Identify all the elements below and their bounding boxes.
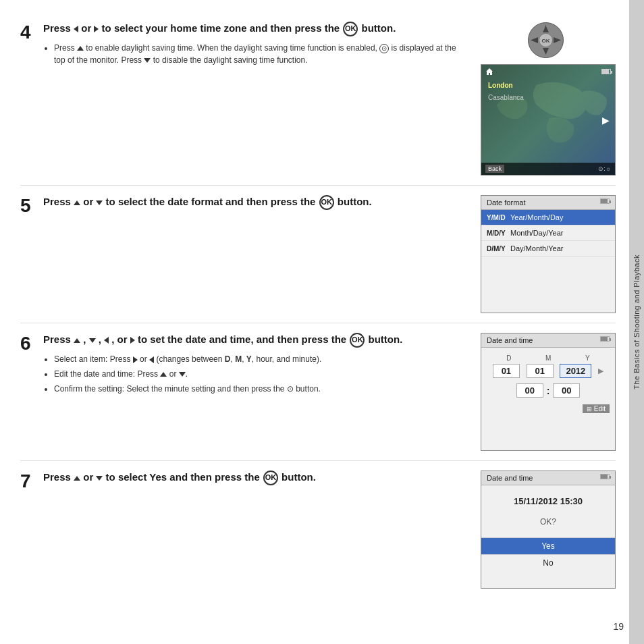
step-4-bullets: Press to enable daylight saving time. Wh… bbox=[43, 42, 467, 66]
battery-icon bbox=[601, 69, 611, 74]
screen-footer: Back ⊙:☼ bbox=[481, 163, 615, 175]
step7-tri-up bbox=[74, 476, 80, 481]
df-option-dmy: D/M/Y Day/Month/Year bbox=[481, 241, 615, 257]
arrow-down-icon bbox=[144, 58, 151, 63]
df-option-ymd: Y/M/D Year/Month/Day bbox=[481, 210, 615, 225]
step5-arrow-up bbox=[74, 200, 80, 205]
step-7-title: Press or to select Yes and then press th… bbox=[43, 471, 467, 485]
step-6-section: 6 Press , , , or to set the date and tim… bbox=[20, 323, 616, 461]
step-5-number: 5 bbox=[20, 195, 36, 215]
step-4-screen: London Casablanca ▶ Back ⊙:☼ bbox=[481, 64, 616, 176]
df-option-mdy: M/D/Y Month/Day/Year bbox=[481, 225, 615, 241]
step6-tri-up bbox=[74, 338, 80, 343]
screen-header bbox=[485, 68, 611, 76]
time-minute: 00 bbox=[553, 383, 580, 398]
step-6-title: Press , , , or to set the date and time,… bbox=[43, 333, 467, 348]
datetime-labels: D M Y bbox=[489, 354, 607, 362]
date-y-value: 2012 bbox=[560, 364, 591, 378]
battery-icon-4 bbox=[600, 474, 610, 479]
step-7-section: 7 Press or to select Yes and then press … bbox=[20, 461, 616, 598]
datetime-footer: ⊞ Edit bbox=[481, 402, 615, 416]
battery-icon-3 bbox=[600, 336, 610, 342]
confirm-yes: Yes bbox=[481, 537, 615, 554]
battery-icon-2 bbox=[600, 198, 610, 204]
step-4-number: 4 bbox=[20, 22, 36, 69]
step-5-screen: Date format Y/M/D Year/Month/Day M/D/Y M… bbox=[481, 195, 616, 313]
step6-tri-right bbox=[130, 337, 135, 344]
time-colon: : bbox=[547, 385, 550, 396]
b1-tri-right bbox=[133, 356, 138, 363]
step7-ok-icon: OK bbox=[263, 471, 278, 485]
step-7-screen: Date and time 15/11/2012 15:30 OK? Yes N… bbox=[481, 471, 616, 589]
step-4-bullet-1: Press to enable daylight saving time. Wh… bbox=[54, 42, 467, 66]
datetime-fields: D M Y 01 01 2012 ▶ 00 : bbox=[481, 348, 615, 402]
step-6-bullet-1: Select an item: Press or (changes betwee… bbox=[54, 353, 467, 365]
step-6-screen: Date and time D M Y 01 bbox=[481, 333, 616, 451]
svg-text:OK: OK bbox=[541, 38, 549, 44]
menu-label: Back bbox=[485, 165, 504, 173]
time-row: 00 : 00 bbox=[489, 383, 607, 398]
step-6-bullets: Select an item: Press or (changes betwee… bbox=[43, 353, 467, 395]
svg-marker-8 bbox=[486, 68, 493, 75]
map-right-arrow: ▶ bbox=[602, 115, 610, 126]
step-6-bullet-3: Confirm the setting: Select the minute s… bbox=[54, 383, 467, 395]
confirm-options: Yes No bbox=[481, 537, 615, 571]
step-6-bullet-2: Edit the date and time: Press or . bbox=[54, 368, 467, 380]
edit-icon: ⊞ bbox=[587, 406, 592, 412]
confirm-ok-text: OK? bbox=[481, 512, 615, 532]
step6-tri-down bbox=[89, 338, 96, 343]
step5-arrow-down bbox=[96, 200, 103, 205]
date-format-header: Date format bbox=[481, 196, 615, 210]
home-icon bbox=[485, 68, 493, 76]
step-7-number: 7 bbox=[20, 471, 36, 491]
time-hour: 00 bbox=[516, 383, 543, 398]
step-5-screen-wrapper: Date format Y/M/D Year/Month/Day M/D/Y M… bbox=[481, 195, 616, 313]
step-4-title: Press or to select your home time zone a… bbox=[43, 22, 467, 36]
step-7-screen-wrapper: Date and time 15/11/2012 15:30 OK? Yes N… bbox=[481, 471, 616, 589]
step-4-section: 4 Press or to select your home time zone… bbox=[20, 12, 616, 186]
date-d-value: 01 bbox=[493, 364, 520, 378]
dpad-control: OK bbox=[527, 22, 564, 59]
dst-icon: ⊙ bbox=[379, 44, 389, 53]
date-m-value: 01 bbox=[527, 364, 554, 378]
year-arrow: ▶ bbox=[598, 367, 603, 375]
right-sidebar: The Basics of Shooting and Playback bbox=[629, 0, 644, 644]
edit-button: ⊞ Edit bbox=[583, 404, 610, 413]
arrow-up-icon bbox=[77, 46, 84, 51]
step-6-number: 6 bbox=[20, 333, 36, 398]
step5-ok-icon: OK bbox=[319, 195, 334, 210]
arrow-left-icon bbox=[74, 26, 78, 32]
step-6-screen-wrapper: Date and time D M Y 01 bbox=[481, 333, 616, 451]
footer-right: ⊙:☼ bbox=[598, 165, 611, 172]
arrow-right-icon bbox=[94, 26, 99, 32]
confirm-date: 15/11/2012 15:30 bbox=[481, 485, 615, 512]
step6-tri-left bbox=[104, 337, 109, 344]
confirm-header: Date and time bbox=[481, 471, 615, 485]
confirm-no: No bbox=[481, 554, 615, 571]
sidebar-label: The Basics of Shooting and Playback bbox=[633, 254, 641, 390]
step6-ok-icon: OK bbox=[350, 333, 365, 348]
datetime-header: Date and time bbox=[481, 333, 615, 348]
city-casablanca: Casablanca bbox=[488, 92, 524, 104]
step-5-section: 5 Press or to select the date format and… bbox=[20, 186, 616, 323]
datetime-values: 01 01 2012 ▶ bbox=[489, 364, 607, 378]
city-london: London bbox=[488, 80, 524, 92]
b2-tri-down bbox=[179, 372, 186, 377]
step7-tri-down bbox=[96, 476, 103, 481]
step-5-title: Press or to select the date format and t… bbox=[43, 195, 467, 210]
b1-tri-left bbox=[149, 356, 154, 363]
page-number: 19 bbox=[613, 621, 624, 632]
b2-tri-up bbox=[160, 372, 167, 377]
city-labels: London Casablanca bbox=[488, 80, 524, 104]
ok-button-icon: OK bbox=[343, 22, 358, 36]
